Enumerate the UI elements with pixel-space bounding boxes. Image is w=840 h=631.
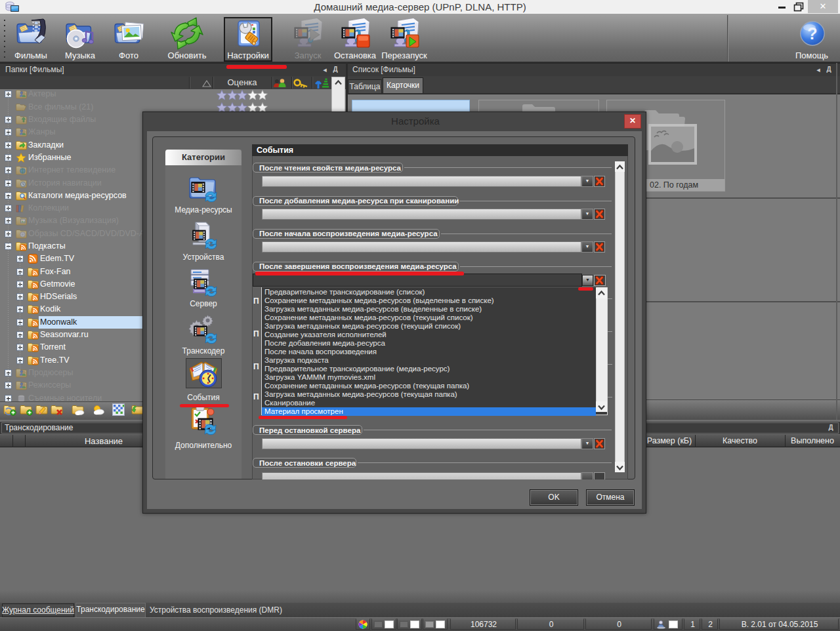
svg-text:?: ? [807, 24, 817, 43]
